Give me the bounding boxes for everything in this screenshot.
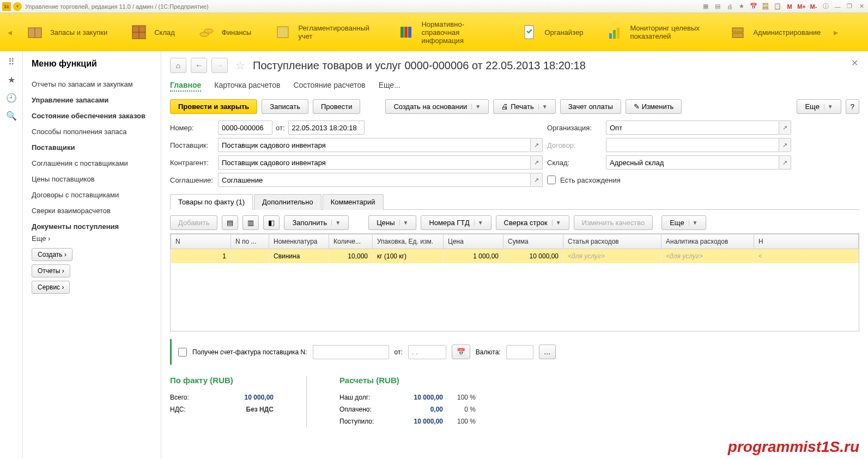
section-admin[interactable]: Администрирование [717,13,831,51]
section-stock-purchases[interactable]: Запасы и закупки [14,13,118,51]
help-button[interactable]: ? [846,99,859,114]
col-n[interactable]: N [171,234,231,249]
col-price[interactable]: Цена [444,234,503,249]
prices-button[interactable]: Цены▼ [368,215,416,230]
tab-main[interactable]: Главное [170,81,201,92]
supplier-input[interactable] [218,138,531,152]
print-button[interactable]: 🖨 Печать▼ [493,99,556,114]
mainbar-next-arrow[interactable]: ▸ [831,27,840,38]
number-input[interactable] [218,120,272,135]
side-more[interactable]: Еще › [32,231,50,246]
agreement-open-icon[interactable]: ↗ [531,173,543,187]
close-button[interactable]: ✕ [857,2,866,11]
side-item-6[interactable]: Цены поставщиков [32,171,152,187]
contract-open-icon[interactable]: ↗ [779,138,791,152]
agreement-input[interactable] [218,173,531,187]
subtab-comment[interactable]: Комментарий [323,194,384,210]
section-organizer[interactable]: Органайзер [508,13,594,51]
table-more-button[interactable]: Еще▼ [661,215,706,230]
tab-state[interactable]: Состояние расчетов [293,81,365,92]
memory-mminus[interactable]: M- [809,2,818,11]
tab-card[interactable]: Карточка расчетов [214,81,280,92]
col-sum[interactable]: Сумма [503,234,563,249]
warehouse-open-icon[interactable]: ↗ [779,155,791,170]
contragent-open-icon[interactable]: ↗ [531,155,543,170]
table-row[interactable]: 1 Свинина 10,000 кг (100 кг) 1 000,00 10… [171,249,859,264]
side-reports-button[interactable]: Отчеты › [32,264,70,277]
change-quality-button[interactable]: Изменить качество [574,215,653,230]
side-item-2[interactable]: Состояние обеспечения заказов [32,108,152,124]
invoice-currency-input[interactable] [506,345,533,359]
save-button[interactable]: Записать [262,99,308,114]
invoice-calendar-icon[interactable]: 📅 [452,345,470,359]
sys-icon-7[interactable]: 📋 [773,2,782,11]
col-qty[interactable]: Количе... [329,234,373,249]
mainbar-prev-arrow[interactable]: ◂ [5,27,14,38]
side-item-8[interactable]: Сверки взаиморасчетов [32,203,152,219]
warehouse-input[interactable] [606,155,779,170]
maximize-button[interactable]: ❐ [845,2,854,11]
tool-icon-1[interactable]: ▤ [222,215,238,230]
subtab-goods[interactable]: Товары по факту (1) [170,194,253,210]
side-service-button[interactable]: Сервис › [32,281,70,294]
supplier-open-icon[interactable]: ↗ [531,138,543,152]
section-warehouse[interactable]: Склад [118,13,186,51]
sys-icon-3[interactable]: 🖨 [725,2,734,11]
check-lines-button[interactable]: Сверка строк▼ [496,215,569,230]
fill-button[interactable]: Заполнить▼ [284,215,349,230]
favorites-icon[interactable]: ★ [8,75,15,85]
sys-icon-1[interactable]: ▦ [701,2,710,11]
section-reference[interactable]: Нормативно-справочная информация [385,13,508,51]
section-finance[interactable]: Финансы [186,13,263,51]
side-create-button[interactable]: Создать › [32,248,72,261]
back-button[interactable]: ← [191,58,207,73]
forward-button[interactable]: → [211,58,228,73]
invoice-received-checkbox[interactable] [178,348,187,357]
sys-icon-info[interactable]: ⓘ [821,2,830,11]
memory-mplus[interactable]: M+ [797,2,806,11]
document-close-button[interactable]: ✕ [851,58,858,68]
add-row-button[interactable]: Добавить [170,215,217,230]
side-item-4[interactable]: Поставщики [32,140,152,155]
sys-icon-2[interactable]: ▤ [713,2,722,11]
org-open-icon[interactable]: ↗ [779,120,791,135]
post-button[interactable]: Провести [313,99,361,114]
more-button[interactable]: Еще▼ [797,99,841,114]
apps-icon[interactable]: ⠿ [8,57,15,67]
discrepancy-checkbox[interactable] [547,176,556,184]
section-regulated[interactable]: Регламентированный учет [262,13,385,51]
side-item-7[interactable]: Договоры с поставщиками [32,187,152,203]
contragent-input[interactable] [218,155,531,170]
create-based-button[interactable]: Создать на основании▼ [385,99,489,114]
col-exp-item[interactable]: Статья расходов [563,234,661,249]
sys-icon-5[interactable]: 📅 [749,2,758,11]
date-input[interactable] [288,120,365,135]
post-close-button[interactable]: Провести и закрыть [170,99,257,114]
gtd-button[interactable]: Номера ГТД▼ [421,215,491,230]
invoice-date-input[interactable] [408,345,446,359]
side-item-0[interactable]: Отчеты по запасам и закупкам [32,76,152,92]
contract-input[interactable] [606,138,779,152]
invoice-number-input[interactable] [313,345,389,359]
col-npo[interactable]: N по ... [231,234,269,249]
col-pack[interactable]: Упаковка, Ед. изм. [373,234,444,249]
search-icon[interactable]: 🔍 [6,111,17,121]
side-item-3[interactable]: Способы пополнения запаса [32,124,152,140]
invoice-currency-button[interactable]: … [539,345,556,359]
minimize-button[interactable]: — [833,2,842,11]
col-exp-anal[interactable]: Аналитика расходов [661,234,754,249]
tool-icon-3[interactable]: ◧ [263,215,280,230]
home-button[interactable]: ⌂ [170,58,186,73]
section-monitoring[interactable]: Мониторинг целевых показателей [594,13,717,51]
side-item-1[interactable]: Управление запасами [32,92,152,108]
edit-button[interactable]: ✎ Изменить [626,99,682,114]
history-icon[interactable]: 🕘 [6,93,17,103]
col-last[interactable]: Н [754,234,859,249]
barcode-icon[interactable]: ▥ [242,215,259,230]
memory-m[interactable]: M [785,2,794,11]
favorite-star-icon[interactable]: ☆ [235,59,245,72]
subtab-extra[interactable]: Дополнительно [254,194,321,210]
tab-more[interactable]: Еще... [379,81,400,92]
sys-icon-6[interactable]: 🧮 [761,2,770,11]
sys-icon-4[interactable]: ★ [737,2,746,11]
